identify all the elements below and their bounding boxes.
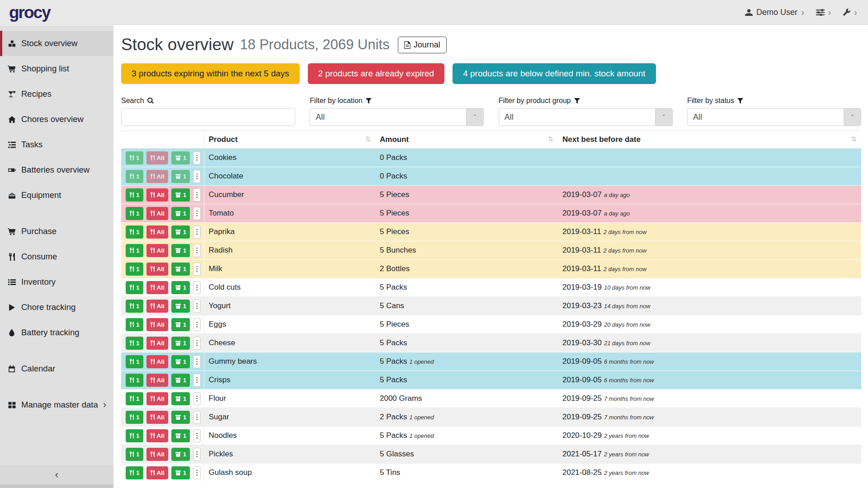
- open-one-button[interactable]: 1: [171, 466, 190, 479]
- consume-one-button[interactable]: 1: [126, 300, 143, 313]
- sidebar-collapse-button[interactable]: ‹: [0, 465, 113, 484]
- sidebar-item-batteries-overview[interactable]: Batteries overview: [0, 157, 113, 183]
- consume-all-button[interactable]: All: [146, 207, 168, 220]
- row-more-menu-button[interactable]: ⋮: [193, 337, 201, 350]
- journal-button[interactable]: Journal: [398, 37, 447, 53]
- row-more-menu-button[interactable]: ⋮: [193, 244, 201, 257]
- row-more-menu-button[interactable]: ⋮: [193, 281, 201, 294]
- consume-all-button[interactable]: All: [146, 411, 168, 424]
- open-one-button[interactable]: 1: [171, 448, 190, 461]
- sidebar-item-purchase[interactable]: Purchase: [0, 219, 113, 244]
- consume-all-button[interactable]: All: [146, 429, 168, 442]
- open-one-button[interactable]: 1: [171, 318, 190, 331]
- row-more-menu-button[interactable]: ⋮: [193, 448, 201, 461]
- sidebar-item-equipment[interactable]: Equipment: [0, 183, 113, 208]
- sidebar-item-chores-overview[interactable]: Chores overview: [0, 107, 113, 132]
- consume-one-button[interactable]: 1: [126, 392, 143, 405]
- open-one-button[interactable]: 1: [171, 392, 190, 405]
- open-one-button[interactable]: 1: [171, 244, 190, 257]
- consume-all-button[interactable]: All: [146, 392, 168, 405]
- consume-one-button[interactable]: 1: [126, 374, 143, 387]
- sidebar-item-chore-tracking[interactable]: Chore tracking: [0, 295, 113, 320]
- row-more-menu-button[interactable]: ⋮: [193, 374, 201, 387]
- consume-one-button[interactable]: 1: [126, 263, 143, 276]
- search-input[interactable]: [121, 108, 295, 126]
- consume-one-button[interactable]: 1: [126, 466, 143, 479]
- row-more-menu-button[interactable]: ⋮: [193, 355, 201, 368]
- consume-all-button[interactable]: All: [146, 244, 168, 257]
- consume-all-button[interactable]: All: [146, 263, 168, 276]
- consume-one-button[interactable]: 1: [126, 188, 143, 202]
- consume-one-button[interactable]: 1: [126, 170, 143, 183]
- consume-one-button[interactable]: 1: [126, 429, 143, 442]
- open-one-button[interactable]: 1: [171, 151, 190, 164]
- settings-menu[interactable]: ›: [816, 8, 831, 17]
- consume-all-button[interactable]: All: [146, 188, 168, 202]
- row-more-menu-button[interactable]: ⋮: [193, 263, 201, 276]
- open-one-button[interactable]: 1: [171, 225, 190, 239]
- open-one-button[interactable]: 1: [171, 188, 190, 202]
- open-one-button[interactable]: 1: [171, 411, 190, 424]
- consume-one-button[interactable]: 1: [126, 448, 143, 461]
- row-more-menu-button[interactable]: ⋮: [193, 392, 201, 405]
- sidebar-item-battery-tracking[interactable]: Battery tracking: [0, 320, 113, 345]
- consume-one-button[interactable]: 1: [126, 151, 143, 164]
- consume-all-button[interactable]: All: [146, 318, 168, 331]
- open-one-button[interactable]: 1: [171, 374, 190, 387]
- location-filter-select[interactable]: All ˇ: [310, 108, 484, 126]
- consume-all-button[interactable]: All: [146, 170, 168, 183]
- consume-all-button[interactable]: All: [146, 151, 168, 164]
- open-one-button[interactable]: 1: [171, 263, 190, 276]
- best-before-column-header[interactable]: Next best before date ⇅: [558, 131, 861, 149]
- consume-all-button[interactable]: All: [146, 466, 168, 479]
- below-min-stock-alert[interactable]: 4 products are below defined min. stock …: [453, 63, 656, 84]
- consume-all-button[interactable]: All: [146, 300, 168, 313]
- sidebar-item-tasks[interactable]: Tasks: [0, 132, 113, 157]
- open-one-button[interactable]: 1: [171, 170, 190, 183]
- row-more-menu-button[interactable]: ⋮: [193, 300, 201, 313]
- consume-one-button[interactable]: 1: [126, 244, 143, 257]
- open-one-button[interactable]: 1: [171, 337, 190, 350]
- sidebar-item-manage-master-data[interactable]: Manage master data ›: [0, 392, 113, 418]
- consume-all-button[interactable]: All: [146, 355, 168, 368]
- row-more-menu-button[interactable]: ⋮: [193, 318, 201, 331]
- expired-alert[interactable]: 2 products are already expired: [308, 63, 445, 84]
- consume-all-button[interactable]: All: [146, 225, 168, 239]
- product-column-header[interactable]: Product ⇅: [204, 131, 375, 149]
- consume-one-button[interactable]: 1: [126, 281, 143, 294]
- open-one-button[interactable]: 1: [171, 429, 190, 442]
- consume-all-button[interactable]: All: [146, 337, 168, 350]
- consume-one-button[interactable]: 1: [126, 337, 143, 350]
- row-more-menu-button[interactable]: ⋮: [193, 466, 201, 479]
- consume-all-button[interactable]: All: [146, 281, 168, 294]
- row-more-menu-button[interactable]: ⋮: [193, 170, 201, 183]
- row-more-menu-button[interactable]: ⋮: [193, 188, 201, 202]
- row-more-menu-button[interactable]: ⋮: [193, 207, 201, 220]
- status-filter-select[interactable]: All ˇ: [687, 108, 861, 126]
- expiring-alert[interactable]: 3 products expiring within the next 5 da…: [121, 63, 300, 84]
- consume-one-button[interactable]: 1: [126, 225, 143, 239]
- sidebar-item-consume[interactable]: Consume: [0, 244, 113, 269]
- row-more-menu-button[interactable]: ⋮: [193, 429, 201, 442]
- product-group-filter-select[interactable]: All ˇ: [499, 108, 673, 126]
- consume-one-button[interactable]: 1: [126, 355, 143, 368]
- admin-menu[interactable]: ›: [843, 8, 857, 17]
- open-one-button[interactable]: 1: [171, 355, 190, 368]
- sidebar-item-inventory[interactable]: Inventory: [0, 269, 113, 295]
- open-one-button[interactable]: 1: [171, 281, 190, 294]
- sidebar-item-shopping-list[interactable]: Shopping list: [0, 56, 113, 81]
- sidebar-item-calendar[interactable]: Calendar: [0, 356, 113, 381]
- consume-one-button[interactable]: 1: [126, 411, 143, 424]
- grocy-logo[interactable]: grocy: [9, 4, 50, 21]
- row-more-menu-button[interactable]: ⋮: [193, 151, 201, 164]
- consume-one-button[interactable]: 1: [126, 318, 143, 331]
- row-more-menu-button[interactable]: ⋮: [193, 411, 201, 424]
- sidebar-item-stock-overview[interactable]: Stock overview: [0, 31, 113, 56]
- sidebar-item-recipes[interactable]: Recipes: [0, 81, 113, 107]
- user-menu[interactable]: Demo User ›: [745, 8, 804, 17]
- open-one-button[interactable]: 1: [171, 300, 190, 313]
- consume-all-button[interactable]: All: [146, 374, 168, 387]
- amount-column-header[interactable]: Amount ⇅: [375, 131, 558, 149]
- consume-all-button[interactable]: All: [146, 448, 168, 461]
- row-more-menu-button[interactable]: ⋮: [193, 225, 201, 239]
